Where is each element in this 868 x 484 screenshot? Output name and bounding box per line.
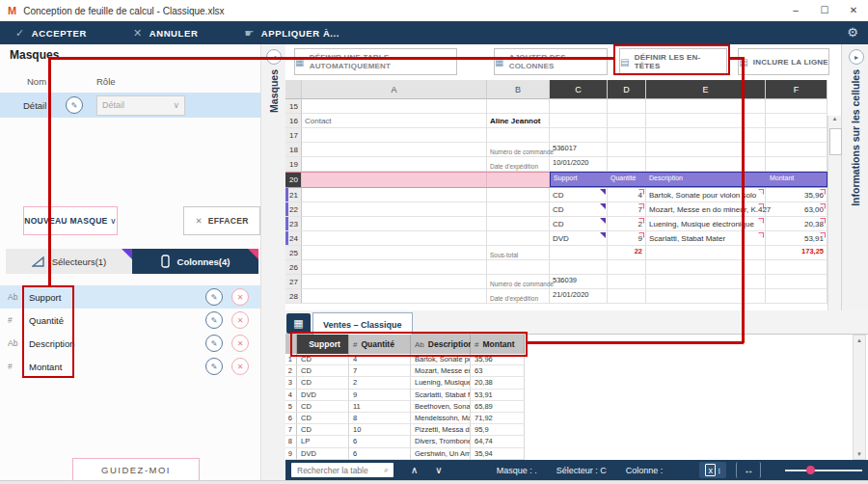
table-row[interactable]: 5 CD 11 Beethoven, Sonate P... 65,89 <box>285 401 525 413</box>
table-search[interactable]: ⌕ <box>291 463 393 477</box>
cell-b[interactable]: Date d'expédition <box>487 289 550 304</box>
cell-support[interactable]: DVD <box>297 448 349 460</box>
cell-e[interactable] <box>646 143 766 157</box>
table-row[interactable]: 2 CD 7 Mozart, Messe en do... 63 <box>285 365 525 377</box>
edit-column-icon[interactable]: ✎ <box>205 335 223 352</box>
cell-montant[interactable]: 71,92 <box>471 413 525 424</box>
cell-support[interactable]: CD <box>297 377 349 389</box>
cell-montant[interactable]: 63 <box>471 365 525 377</box>
excel-export-icon[interactable]: x ⁝ <box>699 462 726 478</box>
cell-b[interactable] <box>487 188 550 202</box>
cell-f[interactable]: 173,25 <box>766 246 827 260</box>
cell-f[interactable]: 53,91 <box>766 231 827 246</box>
cell-e[interactable] <box>646 128 766 143</box>
cell-a[interactable] <box>302 231 487 246</box>
gear-icon[interactable]: ⚙ <box>847 21 858 44</box>
row-number[interactable]: 22 <box>285 202 302 217</box>
cell-d[interactable] <box>608 289 646 304</box>
cell-a[interactable] <box>302 143 487 157</box>
row-number[interactable]: 27 <box>285 275 302 289</box>
cell-a[interactable] <box>302 289 487 304</box>
cell-e[interactable]: Mozart, Messe en do mineur, K.427 <box>646 202 766 217</box>
mask-row[interactable]: Détail ✎ Détail ∨ <box>0 93 260 118</box>
table-funnel-icon[interactable]: ▦ <box>286 313 311 334</box>
cell-d[interactable]: 22 <box>608 246 646 260</box>
cell-support[interactable]: LP <box>297 436 349 447</box>
cell-b[interactable]: Date d'expédition <box>487 157 550 172</box>
cell-description[interactable]: Mozart, Messe en do... <box>411 365 471 377</box>
next-match-icon[interactable]: ∨ <box>435 465 442 475</box>
cell-info-side-tab[interactable]: Informations sur les cellules <box>850 69 861 206</box>
cell-a[interactable] <box>302 217 487 231</box>
cell-e[interactable]: Scarlatti, Stabat Mater <box>646 231 766 246</box>
cell-support[interactable]: CD <box>297 413 349 424</box>
cell-b[interactable] <box>487 260 550 275</box>
scroll-up-icon[interactable]: ▲ <box>832 116 838 121</box>
column-header-a[interactable]: A <box>302 80 487 99</box>
cell-c[interactable]: 536017 <box>550 143 608 157</box>
cell-quantite[interactable]: 6 <box>349 448 411 460</box>
cell-f[interactable] <box>766 275 827 289</box>
edit-column-icon[interactable]: ✎ <box>205 288 223 306</box>
cell-montant[interactable]: 20,38 <box>471 377 525 389</box>
cell-c[interactable] <box>550 246 608 260</box>
cell-d[interactable]: 7 <box>608 202 646 217</box>
cell-e[interactable] <box>646 246 766 260</box>
cell-description[interactable]: Divers, Trombone mo... <box>411 436 471 447</box>
cell-b[interactable] <box>487 99 550 114</box>
cell-e[interactable] <box>646 260 766 275</box>
row-number[interactable]: 15 <box>285 99 302 114</box>
tab-selecteurs[interactable]: Sélecteurs(1) <box>6 249 132 274</box>
minimize-icon[interactable]: – <box>781 0 810 21</box>
cell-quantite[interactable]: 2 <box>349 377 411 389</box>
tab-colonnes[interactable]: Colonnes(4) <box>132 249 258 274</box>
row-number[interactable]: 28 <box>285 289 302 304</box>
sheet-vertical-scrollbar[interactable]: ▲ <box>827 116 841 337</box>
collapse-right-icon[interactable]: ▸ <box>849 49 864 65</box>
add-columns-button[interactable]: ▦ AJOUTER DES COLONNES <box>494 48 608 75</box>
cell-description[interactable]: Luening, Musique éle... <box>411 377 471 389</box>
cell-f[interactable] <box>766 143 827 157</box>
scroll-down-icon[interactable]: ▼ <box>856 451 862 457</box>
masques-side-tab[interactable]: Masques <box>268 69 280 113</box>
cell-e[interactable] <box>646 289 766 304</box>
table-row[interactable]: 8 LP 6 Divers, Trombone mo... 64,74 <box>285 436 525 447</box>
cell-c[interactable] <box>550 114 608 128</box>
cell-montant[interactable]: 35,94 <box>471 448 525 460</box>
scroll-thumb[interactable] <box>829 128 842 155</box>
row-number[interactable]: 24 <box>285 231 302 246</box>
cell-e[interactable] <box>646 99 766 114</box>
cell-quantite[interactable]: 9 <box>349 390 411 401</box>
cell-d[interactable] <box>608 260 646 275</box>
cell-e[interactable] <box>646 114 766 128</box>
table-row[interactable]: 7 CD 10 Pizzetti, Messa di Re... 95,9 <box>285 424 525 436</box>
table-row[interactable]: 3 CD 2 Luening, Musique éle... 20,38 <box>285 377 525 389</box>
row-number[interactable]: 19 <box>285 157 302 172</box>
cell-b[interactable] <box>487 173 550 187</box>
column-header-c[interactable]: C <box>550 80 608 99</box>
table-row[interactable]: 9 DVD 6 Gershwin, Un Améric... 35,94 <box>285 448 525 460</box>
cell-c[interactable]: 536039 <box>550 275 608 289</box>
row-number[interactable]: 26 <box>285 260 302 275</box>
cell-a[interactable] <box>302 260 487 275</box>
delete-column-icon[interactable]: ✕ <box>231 288 249 306</box>
cell-a[interactable] <box>302 128 487 143</box>
table-row[interactable]: 6 CD 8 Mendelssohn, March... 71,92 <box>285 413 525 424</box>
new-mask-button[interactable]: NOUVEAU MASQUE ∨ <box>23 206 118 235</box>
include-row-button[interactable]: ▤ INCLURE LA LIGNE <box>738 48 829 75</box>
cell-d[interactable]: 4 <box>608 188 646 202</box>
cell-d[interactable] <box>608 275 646 289</box>
cell-support[interactable]: CD <box>297 401 349 413</box>
scroll-up-icon[interactable]: ▲ <box>856 337 862 343</box>
cell-d[interactable] <box>608 128 646 143</box>
cell-f[interactable] <box>766 260 827 275</box>
cell-f[interactable] <box>766 114 827 128</box>
cell-a[interactable] <box>302 173 487 187</box>
delete-column-icon[interactable]: ✕ <box>231 358 249 375</box>
cell-c[interactable]: 21/01/2020 <box>550 289 608 304</box>
cell-d[interactable] <box>608 99 646 114</box>
guide-me-button[interactable]: GUIDEZ-MOI <box>72 458 200 481</box>
cell-support[interactable]: DVD <box>297 390 349 401</box>
cell-e[interactable] <box>646 275 766 289</box>
cell-d[interactable]: 2 <box>608 217 646 231</box>
